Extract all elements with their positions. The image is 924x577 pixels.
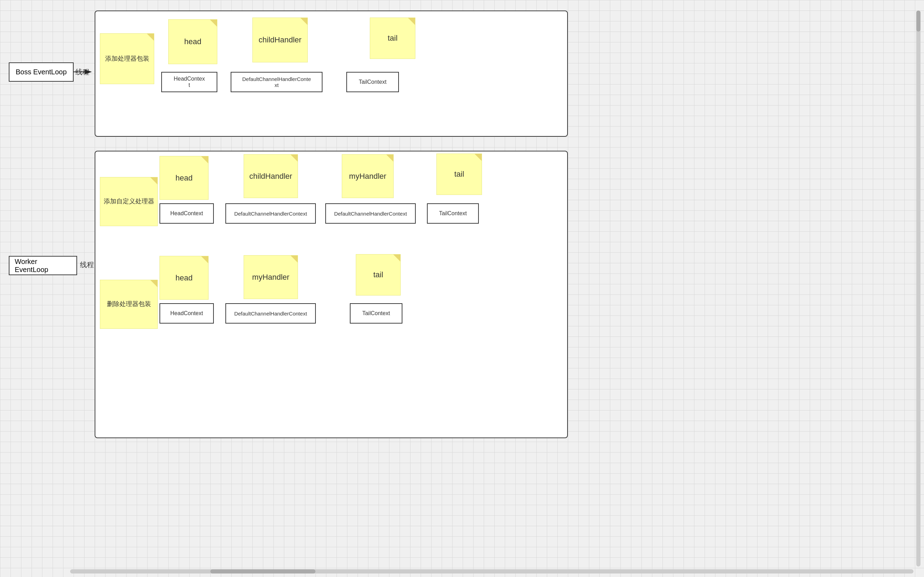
box-bot-tail-ctx: TailContext	[350, 303, 402, 324]
box-mid-tail-ctx: TailContext	[427, 203, 479, 224]
main-container: Boss EventLoop 线程 添加处理器包装 head childHand…	[0, 0, 924, 577]
boss-thread-label: 线程	[76, 67, 89, 77]
box-top-tail-ctx: TailContext	[346, 72, 399, 92]
horizontal-scrollbar[interactable]	[70, 569, 913, 574]
boss-eventloop-box: Boss EventLoop	[9, 63, 74, 82]
sticky-mid-tail: tail	[436, 153, 482, 195]
sticky-mid-head: head	[159, 156, 209, 200]
box-mid-default-ctx2: DefaultChannelHandlerContext	[325, 203, 416, 224]
sticky-bot-head: head	[159, 256, 209, 300]
sticky-top-head: head	[168, 19, 217, 64]
sticky-top-tail: tail	[370, 18, 415, 59]
boss-eventloop-label: Boss EventLoop	[16, 68, 67, 76]
sticky-bot-tail: tail	[356, 254, 401, 295]
horizontal-scrollbar-thumb[interactable]	[210, 569, 316, 574]
box-mid-head-ctx: HeadContext	[159, 203, 214, 224]
sticky-bot-myhandler: myHandler	[244, 255, 298, 299]
box-mid-default-ctx1: DefaultChannelHandlerContext	[225, 203, 316, 224]
bot-delete-handler-note: 删除处理器包装	[100, 280, 158, 329]
mid-add-custom-note: 添加自定义处理器	[100, 177, 158, 226]
top-add-handler-note: 添加处理器包装	[100, 33, 154, 84]
vertical-scrollbar-thumb[interactable]	[916, 11, 921, 32]
box-top-default-ctx: DefaultChannelHandlerContext	[231, 72, 322, 92]
box-top-head-ctx: HeadContext	[161, 72, 217, 92]
worker-eventloop-label: Worker EventLoop	[15, 258, 71, 274]
box-bot-head-ctx: HeadContext	[159, 303, 214, 324]
sticky-mid-childhandler: childHandler	[244, 154, 298, 198]
box-bot-default-ctx: DefaultChannelHandlerContext	[225, 303, 316, 324]
vertical-scrollbar[interactable]	[916, 11, 921, 566]
worker-eventloop-box: Worker EventLoop	[9, 256, 77, 275]
sticky-mid-myhandler: myHandler	[342, 154, 394, 198]
sticky-top-childhandler: childHandler	[253, 18, 308, 63]
worker-thread-label: 线程	[80, 260, 94, 269]
